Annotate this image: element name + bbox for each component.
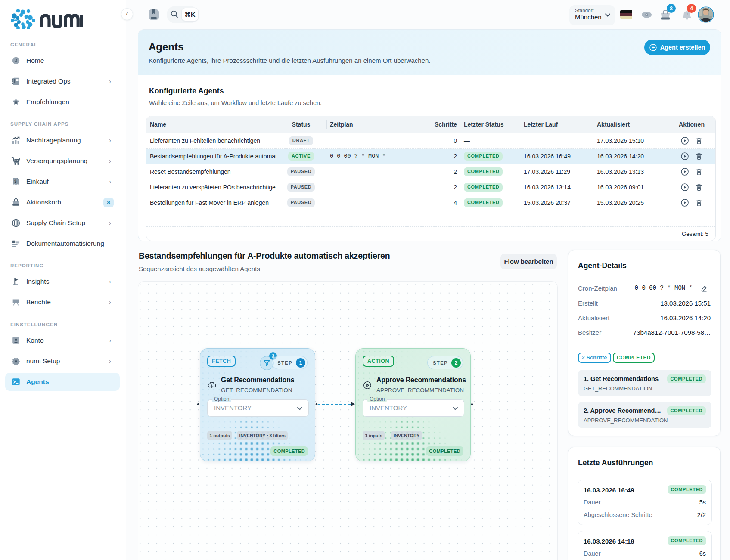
svg-text:$: $ (14, 179, 16, 183)
